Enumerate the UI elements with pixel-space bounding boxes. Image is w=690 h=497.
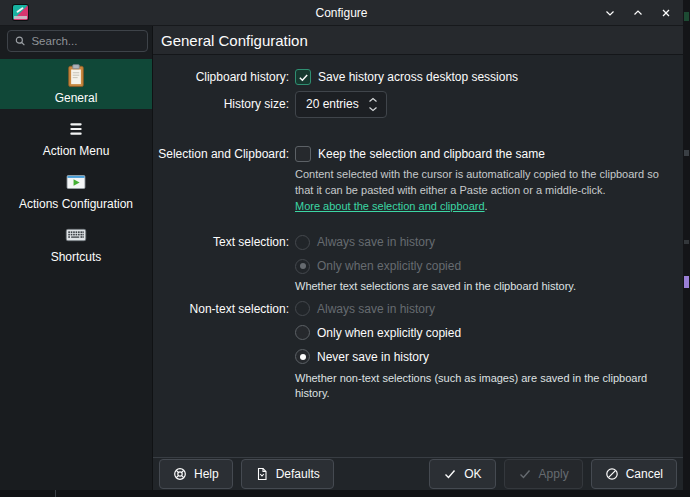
nontext-always-save-radio-label: Always save in history <box>317 302 435 316</box>
window-title: Configure <box>0 6 683 20</box>
defaults-button[interactable]: Defaults <box>241 459 334 489</box>
history-size-value[interactable]: 20 entries <box>296 97 368 111</box>
ok-button-label: OK <box>464 467 481 481</box>
window-controls <box>603 0 673 26</box>
text-always-save-radio-label: Always save in history <box>317 235 435 249</box>
text-only-explicit-radio-label: Only when explicitly copied <box>317 259 461 273</box>
help-icon <box>173 467 187 481</box>
window-play-icon <box>60 169 92 195</box>
sidebar-item-label: General <box>55 91 98 105</box>
sidebar-item-label: Action Menu <box>43 144 110 158</box>
sidebar: General Action Menu <box>0 26 153 490</box>
search-icon <box>15 35 25 47</box>
page-header: General Configuration <box>153 26 683 55</box>
defaults-button-label: Defaults <box>276 467 320 481</box>
search-input[interactable] <box>31 35 140 47</box>
sidebar-nav: General Action Menu <box>0 59 152 271</box>
clipboard-history-label: Clipboard history: <box>153 70 289 84</box>
checkmark-icon <box>443 467 457 481</box>
description-line: Content selected with the cursor is auto… <box>295 166 683 182</box>
text-always-save-radio <box>295 235 310 250</box>
link-suffix: . <box>485 200 488 212</box>
close-icon <box>660 7 672 19</box>
hamburger-menu-icon <box>60 116 92 142</box>
apply-button-label: Apply <box>539 467 569 481</box>
chevron-down-icon <box>368 106 378 112</box>
document-revert-icon <box>255 467 269 481</box>
keyboard-icon <box>60 222 92 248</box>
bottom-desktop-strip <box>0 490 690 497</box>
nontext-only-explicit-radio-label[interactable]: Only when explicitly copied <box>317 326 461 340</box>
cancel-button-label: Cancel <box>626 467 663 481</box>
non-text-selection-caption: Whether non-text selections (such as ima… <box>295 371 683 402</box>
chevron-down-icon <box>604 7 616 19</box>
nontext-always-save-radio <box>295 301 310 316</box>
apply-button: Apply <box>504 459 583 489</box>
sidebar-item-label: Shortcuts <box>51 250 102 264</box>
non-text-selection-label: Non-text selection: <box>153 302 289 316</box>
dialog-footer: Help Defaults <box>153 457 683 490</box>
search-box[interactable] <box>7 30 148 52</box>
description-line: that it can be pasted with either a Past… <box>295 182 683 198</box>
selection-clipboard-link[interactable]: More about the selection and clipboard <box>295 200 485 212</box>
history-size-spinbox[interactable]: 20 entries <box>295 91 387 118</box>
keep-selection-checkbox[interactable] <box>295 146 311 162</box>
nontext-never-save-radio[interactable] <box>295 349 310 364</box>
text-selection-label: Text selection: <box>153 235 289 249</box>
checkmark-icon <box>298 72 309 83</box>
nontext-only-explicit-radio[interactable] <box>295 325 310 340</box>
save-history-checkbox[interactable] <box>295 69 311 85</box>
chevron-up-icon <box>368 97 378 103</box>
cancel-icon <box>605 467 619 481</box>
ok-button[interactable]: OK <box>429 459 495 489</box>
spinbox-increment-button[interactable] <box>368 97 378 103</box>
text-only-explicit-radio <box>295 259 310 274</box>
maximize-window-button[interactable] <box>631 6 645 20</box>
sidebar-item-shortcuts[interactable]: Shortcuts <box>0 218 152 268</box>
help-button-label: Help <box>194 467 219 481</box>
cancel-button[interactable]: Cancel <box>591 459 677 489</box>
selection-clipboard-label: Selection and Clipboard: <box>153 147 289 161</box>
sidebar-item-action-menu[interactable]: Action Menu <box>0 112 152 162</box>
chevron-up-icon <box>632 7 644 19</box>
main-panel: General Configuration Clipboard history:… <box>153 26 683 490</box>
selection-clipboard-description: Content selected with the cursor is auto… <box>295 166 683 214</box>
background-sliver <box>683 0 690 497</box>
spinbox-decrement-button[interactable] <box>368 106 378 112</box>
clipboard-icon <box>60 63 92 89</box>
shade-window-button[interactable] <box>603 6 617 20</box>
page-title: General Configuration <box>161 32 308 49</box>
history-size-label: History size: <box>153 97 289 111</box>
checkmark-icon <box>518 467 532 481</box>
text-selection-caption: Whether text selections are saved in the… <box>295 279 683 295</box>
screen: Configure <box>0 0 690 497</box>
sidebar-item-actions-configuration[interactable]: Actions Configuration <box>0 165 152 215</box>
configure-dialog: Configure <box>0 0 683 490</box>
help-button[interactable]: Help <box>159 459 233 489</box>
sidebar-item-label: Actions Configuration <box>19 197 133 211</box>
titlebar[interactable]: Configure <box>0 0 683 26</box>
keep-selection-checkbox-label[interactable]: Keep the selection and clipboard the sam… <box>318 147 545 161</box>
settings-form: Clipboard history: Save history across d… <box>153 55 683 457</box>
save-history-checkbox-label[interactable]: Save history across desktop sessions <box>318 70 518 84</box>
nontext-never-save-radio-label[interactable]: Never save in history <box>317 350 429 364</box>
sidebar-item-general[interactable]: General <box>0 59 152 109</box>
close-window-button[interactable] <box>659 6 673 20</box>
